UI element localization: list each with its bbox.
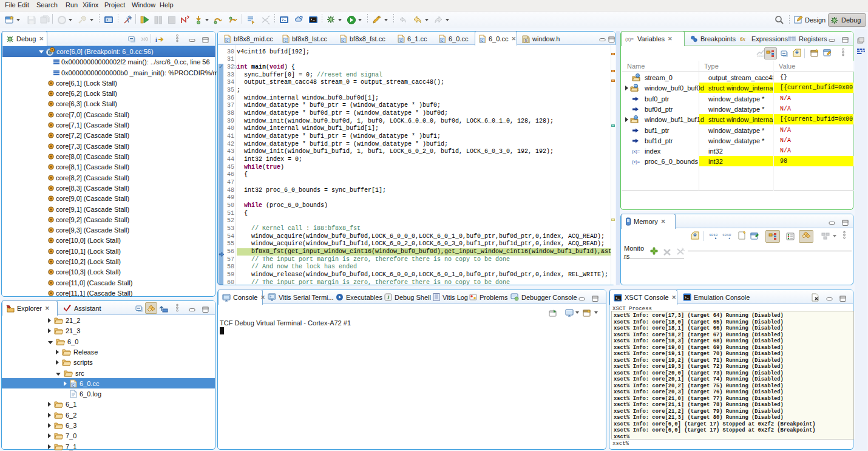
svg-text:(x)=: (x)= [632,159,640,164]
svg-text:J: J [387,294,390,300]
svg-text:(x)=: (x)= [625,36,634,42]
svg-text:c: c [481,38,484,42]
svg-text:i: i [155,36,157,43]
svg-text:c: c [400,38,402,42]
svg-text:c: c [342,38,345,42]
svg-text:1010: 1010 [722,233,731,237]
svg-text:6x: 6x [740,36,746,42]
svg-text:c: c [226,38,229,42]
svg-text:h: h [525,38,527,42]
svg-text:(x)=: (x)= [632,149,640,154]
svg-text:1010: 1010 [709,233,718,237]
svg-text:1010: 1010 [757,54,764,57]
svg-text:c: c [441,38,444,42]
svg-text:c: c [285,38,287,42]
svg-text:c: c [72,383,75,387]
